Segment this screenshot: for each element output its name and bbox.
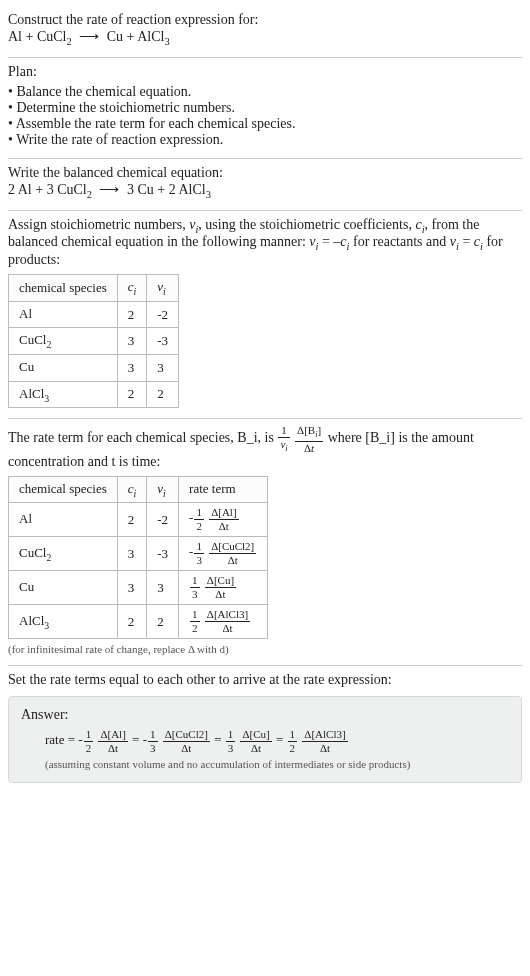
final-heading: Set the rate terms equal to each other t… <box>8 672 522 688</box>
rate-term-section: The rate term for each chemical species,… <box>8 419 522 665</box>
intro-title: Construct the rate of reaction expressio… <box>8 12 522 28</box>
rate-intro: The rate term for each chemical species,… <box>8 425 522 469</box>
plan-item: Write the rate of reaction expression. <box>8 132 522 148</box>
balanced-section: Write the balanced chemical equation: 2 … <box>8 159 522 210</box>
rate-expression: rate = -12 Δ[Al]Δt = -13 Δ[CuCl2]Δt = 13… <box>21 729 509 754</box>
intro-section: Construct the rate of reaction expressio… <box>8 6 522 57</box>
table-row: Al 2 -2 -12 Δ[Al]Δt <box>9 503 268 537</box>
table-header-row: chemical species ci νi <box>9 275 179 302</box>
stoich-table: chemical species ci νi Al 2 -2 CuCl2 3 -… <box>8 274 179 408</box>
product-1: Cu <box>107 29 123 44</box>
rate-term-cell: 12 Δ[AlCl3]Δt <box>179 605 268 639</box>
balanced-heading: Write the balanced chemical equation: <box>8 165 522 181</box>
col-species: chemical species <box>9 275 118 302</box>
reaction-arrow-icon: ⟶ <box>79 28 99 45</box>
reactant-1: Al <box>8 29 22 44</box>
plan-heading: Plan: <box>8 64 522 80</box>
table-row: CuCl2 3 -3 -13 Δ[CuCl2]Δt <box>9 537 268 571</box>
plan-item: Assemble the rate term for each chemical… <box>8 116 522 132</box>
answer-note: (assuming constant volume and no accumul… <box>21 758 509 770</box>
balanced-equation: 2 Al + 3 CuCl2 ⟶ 3 Cu + 2 AlCl3 <box>8 181 522 200</box>
reaction-arrow-icon: ⟶ <box>99 181 119 198</box>
product-2: AlCl3 <box>137 29 169 44</box>
fraction: Δ[Bi]Δt <box>295 425 323 453</box>
answer-label: Answer: <box>21 707 509 723</box>
plan-list: Balance the chemical equation. Determine… <box>8 84 522 148</box>
plan-section: Plan: Balance the chemical equation. Det… <box>8 58 522 158</box>
table-row: AlCl3 2 2 <box>9 381 179 408</box>
col-c: ci <box>117 275 147 302</box>
table-row: Al 2 -2 <box>9 301 179 328</box>
reactant-2: CuCl2 <box>37 29 72 44</box>
table-row: Cu 3 3 <box>9 354 179 381</box>
fraction: 1νi <box>278 425 289 453</box>
rate-note: (for infinitesimal rate of change, repla… <box>8 643 522 655</box>
unbalanced-equation: Al + CuCl2 ⟶ Cu + AlCl3 <box>8 28 522 47</box>
table-header-row: chemical species ci νi rate term <box>9 476 268 503</box>
col-v: νi <box>147 275 179 302</box>
plan-item: Balance the chemical equation. <box>8 84 522 100</box>
plan-item: Determine the stoichiometric numbers. <box>8 100 522 116</box>
table-row: AlCl3 2 2 12 Δ[AlCl3]Δt <box>9 605 268 639</box>
answer-box: Answer: rate = -12 Δ[Al]Δt = -13 Δ[CuCl2… <box>8 696 522 783</box>
final-section: Set the rate terms equal to each other t… <box>8 666 522 793</box>
rate-term-cell: -12 Δ[Al]Δt <box>179 503 268 537</box>
rate-term-cell: -13 Δ[CuCl2]Δt <box>179 537 268 571</box>
plus-sign: + <box>26 29 34 44</box>
stoich-section: Assign stoichiometric numbers, νi, using… <box>8 211 522 419</box>
table-row: Cu 3 3 13 Δ[Cu]Δt <box>9 571 268 605</box>
table-row: CuCl2 3 -3 <box>9 328 179 355</box>
rate-term-cell: 13 Δ[Cu]Δt <box>179 571 268 605</box>
rate-table: chemical species ci νi rate term Al 2 -2… <box>8 476 268 640</box>
plus-sign: + <box>127 29 135 44</box>
stoich-intro: Assign stoichiometric numbers, νi, using… <box>8 217 522 269</box>
